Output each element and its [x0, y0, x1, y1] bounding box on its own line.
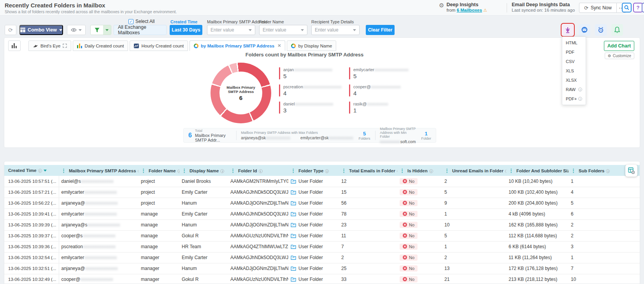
circle-x-icon	[403, 233, 407, 238]
table-row[interactable]: 13-06-2025 10:39:37 (... cooper@sxxxxxxx…	[4, 230, 640, 241]
sync-now-button[interactable]: ⟳ Sync Now	[579, 3, 617, 13]
column-menu-icon[interactable]: ⋮	[571, 168, 576, 174]
reset-button[interactable]: ⟳	[5, 25, 16, 35]
tab-daily-created-count[interactable]: Daily Created count	[73, 40, 128, 51]
export-menu-item-pdf[interactable]: PDF	[562, 47, 586, 57]
table-row[interactable]: 13-06-2025 10:39:36 (... pscreationxxxxx…	[4, 241, 640, 252]
column-menu-icon[interactable]: ⋮	[291, 168, 296, 174]
cell-display-name: Gokul R	[179, 230, 228, 241]
export-menu-item-pdfplus[interactable]: PDF+	[562, 94, 586, 103]
legend-marker	[279, 67, 280, 79]
table-row[interactable]: 13-06-2025 10:32:54 (... emilycarterxxxx…	[4, 252, 640, 263]
table-row[interactable]: 13-06-2025 10:39:39 (... anjaneya@sxxxxx…	[4, 219, 640, 230]
column-menu-icon[interactable]: ⋮	[444, 168, 449, 174]
export-menu-item-raw[interactable]: RAW	[562, 85, 586, 94]
menu-item-label: XLS	[566, 68, 574, 73]
status-badge: No	[400, 233, 418, 239]
menu-item-label: RAW	[566, 87, 576, 92]
column-header-smtp[interactable]: ⋮Mailbox Primary SMTP Address	[59, 165, 139, 176]
export-menu-item-xls[interactable]: XLS	[562, 66, 586, 75]
folder-name-filter-select[interactable]: Enter value	[259, 25, 307, 35]
info-icon[interactable]	[606, 169, 610, 173]
summary-max-count: 5	[359, 131, 370, 137]
sort-desc-icon[interactable]	[44, 170, 47, 172]
search-button[interactable]	[622, 3, 632, 12]
info-icon[interactable]	[38, 169, 42, 173]
export-menu-item-xlsx[interactable]: XLSX	[562, 75, 586, 85]
chart-toggle-button[interactable]	[8, 40, 21, 51]
filter-button[interactable]	[90, 25, 111, 35]
search-icon	[624, 5, 629, 10]
column-menu-icon[interactable]: ⋮	[182, 168, 187, 174]
table-row[interactable]: 13-06-2025 10:57:51 (... daniel@sxxxxxxx…	[4, 176, 640, 187]
customize-button[interactable]: ⚙ Customize	[605, 53, 634, 59]
export-button[interactable]	[562, 24, 574, 36]
schedule-button[interactable]	[642, 3, 644, 12]
column-header-folder-id[interactable]: ⋮Folder Id	[228, 165, 288, 176]
column-header-unread-emails[interactable]: ⋮Unread Emails in Folder	[442, 165, 506, 176]
masked-text: xxxxxxxxxxxxxx	[82, 233, 115, 238]
column-menu-icon[interactable]: ⋮	[400, 168, 405, 174]
column-header-folder-name[interactable]: ⋮Folder Name	[139, 165, 179, 176]
table-row[interactable]: 13-06-2025 10:56:22 (... anjaneya@xxxxxx…	[4, 198, 640, 209]
info-icon[interactable]	[578, 97, 582, 101]
column-header-is-hidden[interactable]: ⋮Is Hidden	[397, 165, 442, 176]
select-all-checkbox[interactable]: Select All	[128, 19, 154, 24]
combo-view-button[interactable]: Combo View	[19, 25, 63, 35]
masked-text: xxxxxxxxxxxxxx	[84, 255, 117, 260]
tab-by-mailbox-primary-smtp-address[interactable]: by Mailbox Primary SMTP Address ✕	[190, 40, 285, 51]
close-icon[interactable]: ✕	[277, 43, 281, 48]
notifications-button[interactable]	[611, 24, 623, 36]
visibility-button[interactable]	[67, 25, 86, 35]
column-settings-button[interactable]	[625, 165, 637, 177]
cell-smtp: emilycarterxxxxxxxxxxxxxx	[59, 252, 139, 263]
column-header-folder-type[interactable]: ⋮Folder Type	[288, 165, 339, 176]
mailboxes-scope-field[interactable]: All Exchange Mailboxes	[114, 25, 167, 35]
smtp-filter-select[interactable]: Enter value	[207, 25, 255, 35]
tab-by-display-name[interactable]: by Display Name	[287, 40, 336, 51]
legend-item[interactable]: anjanxxxxxxxxxxxxxxxxxx 5	[279, 67, 349, 79]
masked-text: xxxxxxxxxxxxxx	[80, 277, 113, 282]
column-menu-icon[interactable]: ⋮	[341, 168, 346, 174]
cell-display-name: Gokul R	[179, 274, 228, 284]
column-header-display-name[interactable]: ⋮Display Name	[179, 165, 228, 176]
info-icon[interactable]	[259, 169, 263, 173]
column-menu-icon[interactable]: ⋮	[141, 168, 146, 174]
info-icon[interactable]	[325, 169, 329, 173]
tab-birds-eye[interactable]: Bird's Eye	[28, 40, 71, 51]
column-menu-icon[interactable]: ⋮	[509, 168, 514, 174]
circle-x-icon	[403, 201, 407, 205]
export-menu-item-csv[interactable]: CSV	[562, 57, 586, 66]
status-badge: No	[400, 276, 418, 282]
table-row[interactable]: 13-06-2025 10:39:41 (... emilycarterxxxx…	[4, 209, 640, 219]
add-chart-button[interactable]: Add Chart	[604, 41, 634, 51]
legend-item[interactable]: rasik@xxxxxxxxxx 1	[349, 102, 419, 114]
info-icon[interactable]	[220, 169, 224, 173]
info-icon[interactable]	[578, 88, 582, 91]
export-menu-item-html[interactable]: HTML	[562, 38, 586, 47]
created-time-filter-button[interactable]: Last 30 Days	[170, 25, 202, 35]
column-header-folder-size[interactable]: ⋮Folder And Subfolder Size	[506, 165, 569, 176]
feedback-button[interactable]	[579, 24, 590, 36]
legend-item[interactable]: cooper@xxxxxxxxxxxxxx 4	[349, 84, 419, 96]
cell-unread-emails: 21	[442, 274, 506, 284]
column-header-total-emails[interactable]: ⋮Total Emails in Folder	[339, 165, 397, 176]
legend-item[interactable]: pscreationxxxxxxxxxxxxxxxxxx 4	[279, 84, 349, 96]
column-header-created-time[interactable]: Created Time	[4, 165, 59, 176]
cell-display-name: Hanum	[179, 263, 228, 274]
column-menu-icon[interactable]: ⋮	[61, 168, 66, 174]
clear-filter-button[interactable]: Clear Filter	[366, 25, 395, 35]
mailboxes-link[interactable]: 6 Mailboxes	[457, 8, 482, 12]
legend-item[interactable]: emilycarterxxxxxxxxxxxxxxxx 5	[349, 67, 419, 79]
alert-schedule-button[interactable]	[595, 24, 607, 36]
cell-folder-name: manage	[139, 209, 179, 219]
table-row[interactable]: 13-06-2025 10:32:49 (... cooper@xxxxxxxx…	[4, 274, 640, 284]
table-row[interactable]: 13-06-2025 10:32:51 (... anjaneya@xxxxxx…	[4, 263, 640, 274]
legend-item[interactable]: danielxxxxxxxxxxxxxxxxxx 3	[279, 102, 349, 114]
recipient-type-filter-select[interactable]: Enter value	[311, 25, 360, 35]
column-menu-icon[interactable]: ⋮	[230, 168, 235, 174]
tab-hourly-created-count[interactable]: Hourly Created count	[130, 40, 188, 51]
info-icon[interactable]	[429, 169, 433, 173]
donut-center-value: 6	[239, 95, 242, 101]
table-row[interactable]: 13-06-2025 10:57:21 (... emilycarterxxxx…	[4, 187, 640, 198]
